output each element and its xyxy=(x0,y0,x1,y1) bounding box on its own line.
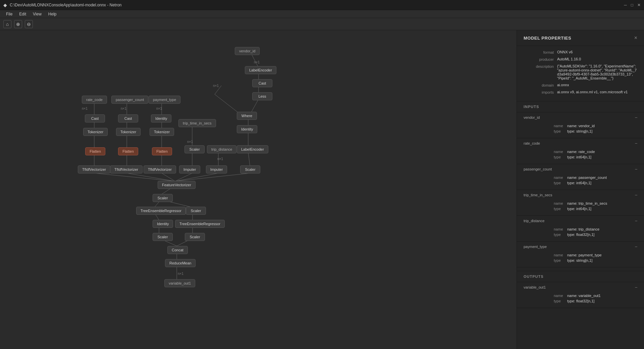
input-item-passenger-count: passenger_count – name name: passenger_c… xyxy=(517,164,644,190)
node-identity-pt[interactable]: Identity xyxy=(151,114,171,122)
prop-label-imports: imports xyxy=(524,90,554,94)
node-cast-rc[interactable]: Cast xyxy=(85,114,105,122)
node-scaler-main[interactable]: Scaler xyxy=(153,194,173,202)
node-scaler-le[interactable]: Scaler xyxy=(240,165,260,173)
input-item-header-payment-type[interactable]: payment_type – xyxy=(517,242,644,252)
prop-label-producer: producer xyxy=(524,57,554,61)
menu-view[interactable]: View xyxy=(30,11,45,17)
input-item-trip-distance: trip_distance – name name: trip_distance… xyxy=(517,216,644,242)
node-tfidf-rc[interactable]: TfIdfVectorizer xyxy=(78,165,110,173)
output-name-variable-out1: variable_out1 xyxy=(524,285,546,289)
node-scaler-i2[interactable]: Scaler xyxy=(153,233,173,241)
input-name-trip-time: trip_time_in_secs xyxy=(524,193,552,197)
node-reduce-mean[interactable]: ReduceMean xyxy=(165,259,196,267)
input-toggle-vendor-id[interactable]: – xyxy=(635,115,637,120)
node-scaler-tt[interactable]: Scaler xyxy=(184,145,205,153)
input-toggle-rate-code[interactable]: – xyxy=(635,141,637,146)
node-flatten-pc[interactable]: Flatten xyxy=(118,147,138,155)
input-item-header-vendor-id[interactable]: vendor_id – xyxy=(517,112,644,122)
input-item-header-trip-time[interactable]: trip_time_in_secs – xyxy=(517,190,644,200)
title-bar: ◆ C:\Dev\AutoMLONNXConsoleApp\automl-mod… xyxy=(0,0,644,10)
node-tfidf-pc[interactable]: TfIdfVectorizer xyxy=(110,165,143,173)
output-item-header-variable-out1[interactable]: variable_out1 – xyxy=(517,282,644,292)
node-imputer-tt[interactable]: Imputer xyxy=(179,165,200,173)
node-concat[interactable]: Concat xyxy=(167,246,188,254)
prop-row-description: description {"AutoMLSDKVer": "1.16.0", "… xyxy=(524,64,637,80)
input-item-trip-time: trip_time_in_secs – name name: trip_time… xyxy=(517,190,644,216)
node-where[interactable]: Where xyxy=(237,112,257,120)
input-detail-name-vendor-id: name name: vendor_id xyxy=(554,124,637,128)
edge-label-nx1-4: n×1 xyxy=(121,107,126,110)
minimize-button[interactable]: ─ xyxy=(624,3,627,7)
input-item-header-rate-code[interactable]: rate_code – xyxy=(517,138,644,148)
menu-bar: File Edit View Help xyxy=(0,10,644,18)
input-item-rate-code: rate_code – name name: rate_code type ty… xyxy=(517,138,644,164)
prop-label-description: description xyxy=(524,64,554,68)
input-item-header-trip-distance[interactable]: trip_distance – xyxy=(517,216,644,226)
input-name-vendor-id: vendor_id xyxy=(524,115,540,119)
prop-value-domain: ai.onnx xyxy=(557,83,637,87)
node-trip-time[interactable]: trip_time_in_secs xyxy=(178,119,216,127)
node-cast-1[interactable]: Cast xyxy=(252,79,272,87)
graph-canvas[interactable]: n×1 n×1 n×1 n×1 n×1 n×1 n×1 n×1 vendor_i… xyxy=(0,30,517,349)
input-name-rate-code: rate_code xyxy=(524,141,540,145)
close-button[interactable]: ✕ xyxy=(637,3,641,7)
node-trip-distance[interactable]: trip_distance xyxy=(207,145,236,153)
output-item-variable-out1: variable_out1 – name name: variable_out1… xyxy=(517,282,644,308)
node-scaler-2[interactable]: Scaler xyxy=(186,207,206,215)
input-toggle-payment-type[interactable]: – xyxy=(635,244,637,249)
input-item-payment-type: payment_type – name name: payment_type t… xyxy=(517,242,644,267)
home-button[interactable]: ⌂ xyxy=(3,20,11,28)
node-tokenizer-pc[interactable]: Tokenizer xyxy=(116,128,141,136)
prop-row-imports: imports ai.onnx v9, ai.onnx.ml v1, com.m… xyxy=(524,90,637,94)
input-toggle-trip-distance[interactable]: – xyxy=(635,218,637,223)
input-name-trip-distance: trip_distance xyxy=(524,219,544,223)
node-tree-ensemble-1[interactable]: TreeEnsembleRegressor xyxy=(136,207,186,215)
input-item-header-passenger-count[interactable]: passenger_count – xyxy=(517,164,644,174)
input-details-passenger-count: name name: passenger_count type type: in… xyxy=(517,174,644,190)
node-label-encoder-2[interactable]: LabelEncoder xyxy=(237,145,268,153)
node-less[interactable]: Less xyxy=(252,92,272,100)
node-label-encoder-1[interactable]: LabelEncoder xyxy=(245,66,276,74)
input-details-trip-distance: name name: trip_distance type type: floa… xyxy=(517,226,644,241)
menu-file[interactable]: File xyxy=(3,11,16,17)
node-passenger-count[interactable]: passenger_count xyxy=(111,96,148,104)
node-tokenizer-rc[interactable]: Tokenizer xyxy=(83,128,108,136)
connections-svg xyxy=(0,30,517,349)
properties-section: format ONNX v6 producer AutoML 1.16.0 de… xyxy=(517,46,644,101)
node-identity-1[interactable]: Identity xyxy=(237,125,257,133)
node-tfidf-pt[interactable]: TfIdfVectorizer xyxy=(144,165,176,173)
menu-help[interactable]: Help xyxy=(45,11,60,17)
edge-label-nx1-5: n×1 xyxy=(156,107,162,110)
node-cast-pc[interactable]: Cast xyxy=(118,114,138,122)
prop-value-imports: ai.onnx v9, ai.onnx.ml v1, com.microsoft… xyxy=(557,90,637,94)
output-toggle-variable-out1[interactable]: – xyxy=(635,285,637,290)
input-detail-type-vendor-id: type type: string[n,1] xyxy=(554,129,637,133)
node-imputer-td[interactable]: Imputer xyxy=(206,165,227,173)
node-rate-code[interactable]: rate_code xyxy=(82,96,107,104)
input-toggle-trip-time[interactable]: – xyxy=(635,193,637,197)
zoom-out-button[interactable]: ⊖ xyxy=(25,20,33,28)
menu-edit[interactable]: Edit xyxy=(16,11,30,17)
node-payment-type[interactable]: payment_type xyxy=(149,96,180,104)
node-vendor-id[interactable]: vendor_id xyxy=(235,47,260,55)
prop-value-producer: AutoML 1.16.0 xyxy=(557,57,637,61)
node-tokenizer-pt[interactable]: Tokenizer xyxy=(150,128,174,136)
maximize-button[interactable]: □ xyxy=(631,3,633,7)
prop-row-producer: producer AutoML 1.16.0 xyxy=(524,57,637,61)
zoom-in-button[interactable]: ⊕ xyxy=(14,20,22,28)
node-flatten-rc[interactable]: Flatten xyxy=(85,147,105,155)
node-variable-out1[interactable]: variable_out1 xyxy=(164,279,195,287)
edge-label-nx1-1: n×1 xyxy=(254,60,260,64)
node-flatten-pt[interactable]: Flatten xyxy=(152,147,172,155)
input-details-vendor-id: name name: vendor_id type type: string[n… xyxy=(517,122,644,138)
input-toggle-passenger-count[interactable]: – xyxy=(635,167,637,171)
node-identity-2[interactable]: Identity xyxy=(153,220,173,228)
properties-header: MODEL PROPERTIES × xyxy=(517,30,644,46)
input-details-rate-code: name name: rate_code type type: int64[n,… xyxy=(517,148,644,164)
panel-close-button[interactable]: × xyxy=(634,35,637,41)
node-feature-vectorizer[interactable]: FeatureVectorizer xyxy=(158,181,196,189)
node-tree-ensemble-2[interactable]: TreeEnsembleRegressor xyxy=(175,220,225,228)
node-scaler-te2[interactable]: Scaler xyxy=(185,233,205,241)
main-layout: n×1 n×1 n×1 n×1 n×1 n×1 n×1 n×1 vendor_i… xyxy=(0,30,644,349)
